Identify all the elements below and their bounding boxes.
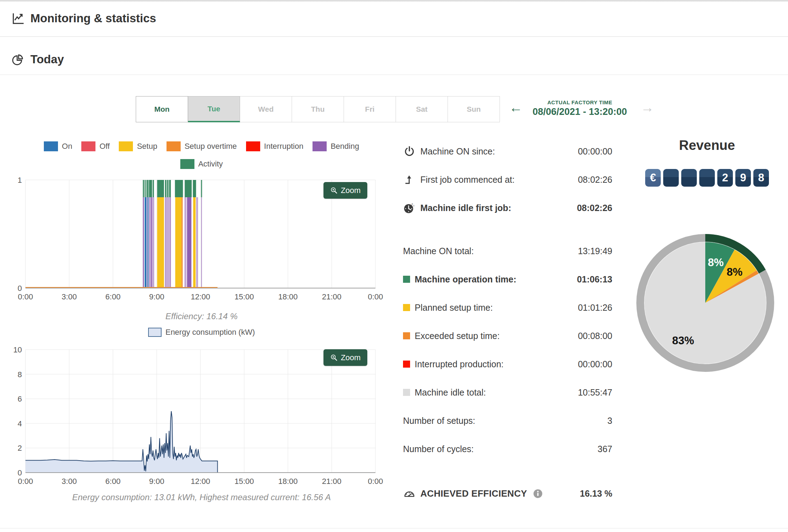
svg-text:3:00: 3:00 xyxy=(62,292,77,301)
monitoring-dashboard: Monitoring & statistics Today Mon Tue We… xyxy=(0,0,788,532)
stats-gap xyxy=(403,222,612,237)
svg-text:8: 8 xyxy=(18,370,22,379)
next-day-arrow[interactable]: → xyxy=(641,100,654,115)
svg-text:4: 4 xyxy=(18,419,22,428)
legend-item-setup-overtime: Setup overtime xyxy=(167,141,237,151)
stat-value: 367 xyxy=(597,444,612,454)
stats-gap xyxy=(403,463,612,479)
state-legend-row-1: On Off Setup Setup overtime Interruption… xyxy=(11,141,392,151)
svg-text:0: 0 xyxy=(18,284,22,293)
tab-thu[interactable]: Thu xyxy=(292,96,344,122)
exceeded-setup-swatch xyxy=(403,332,410,339)
revenue-digit-tile xyxy=(663,169,679,187)
first-job-arrow-icon xyxy=(403,173,416,186)
stat-label: Machine ON since: xyxy=(420,146,495,157)
stat-value: 08:02:26 xyxy=(578,175,612,185)
stat-first-job-commenced: First job commenced at: 08:02:26 xyxy=(403,165,612,194)
svg-text:1: 1 xyxy=(18,176,22,185)
day-tabs: Mon Tue Wed Thu Fri Sat Sun xyxy=(136,96,500,122)
svg-text:10: 10 xyxy=(13,345,22,354)
stat-value: 01:01:26 xyxy=(578,303,612,313)
idle-clock-icon: zz xyxy=(403,201,416,214)
legend-label: Interruption xyxy=(264,142,303,151)
legend-label: Off xyxy=(99,142,110,151)
stat-label: Interrupted production: xyxy=(415,359,504,369)
stats-panel: Machine ON since: 00:00:00 First job com… xyxy=(403,137,612,508)
stat-value: 00:00:00 xyxy=(578,146,612,157)
svg-text:21:00: 21:00 xyxy=(322,292,342,301)
section-title: Today xyxy=(30,53,64,66)
svg-text:18:00: 18:00 xyxy=(278,477,298,486)
stat-machine-idle-first-job: zz Machine idle first job: 08:02:26 xyxy=(403,194,612,222)
svg-text:6:00: 6:00 xyxy=(105,477,121,486)
legend-item-off: Off xyxy=(81,141,110,151)
page-header: Monitoring & statistics xyxy=(11,8,156,29)
stat-number-of-setups: Number of setups: 3 xyxy=(403,407,612,435)
svg-text:0:00: 0:00 xyxy=(18,292,33,301)
energy-consumption-chart: 0:003:006:009:0012:0015:0018:0021:000:00… xyxy=(11,345,392,491)
revenue-digit-tile: 9 xyxy=(735,169,751,187)
top-shadow-strip xyxy=(0,0,788,2)
currency-tile: € xyxy=(645,169,661,187)
legend-label: Setup xyxy=(137,142,157,151)
revenue-digit-tile xyxy=(681,169,697,187)
pie-chart-icon xyxy=(11,52,25,67)
stat-value: 00:08:00 xyxy=(578,331,612,341)
legend-item-activity: Activity xyxy=(180,159,223,169)
tab-sat[interactable]: Sat xyxy=(396,96,448,122)
bottom-divider xyxy=(0,528,788,528)
svg-text:9:00: 9:00 xyxy=(149,292,164,301)
svg-text:12:00: 12:00 xyxy=(191,292,210,301)
legend-item-bending: Bending xyxy=(313,141,359,151)
stat-value: 16.13 % xyxy=(580,489,612,499)
legend-label: Activity xyxy=(198,159,223,169)
tab-sun[interactable]: Sun xyxy=(448,96,500,122)
svg-text:3:00: 3:00 xyxy=(62,477,77,486)
energy-zoom-button[interactable]: Zoom xyxy=(323,349,367,366)
stat-interrupted-production: Interrupted production: 00:00:00 xyxy=(403,350,612,378)
off-swatch xyxy=(81,141,95,151)
stat-value: 13:19:49 xyxy=(578,246,612,256)
svg-text:12:00: 12:00 xyxy=(191,477,210,486)
stat-machine-on-total: Machine ON total: 13:19:49 xyxy=(403,237,612,265)
energy-caption: Energy consumption: 13.01 kWh, Highest m… xyxy=(11,492,392,502)
on-swatch xyxy=(44,141,58,151)
page-title: Monitoring & statistics xyxy=(30,12,156,25)
stat-value: 00:00:00 xyxy=(578,359,612,369)
zoom-button-label: Zoom xyxy=(341,353,361,362)
svg-text:18:00: 18:00 xyxy=(278,292,298,301)
revenue-panel: Revenue € 2 9 8 8%8%83% xyxy=(633,138,781,153)
activity-zoom-button[interactable]: Zoom xyxy=(323,182,367,199)
planned-setup-swatch xyxy=(403,304,410,311)
stat-label: First job commenced at: xyxy=(420,175,515,185)
tab-fri[interactable]: Fri xyxy=(344,96,396,122)
info-icon[interactable] xyxy=(533,489,543,498)
operation-time-swatch xyxy=(403,276,410,283)
power-icon xyxy=(403,145,416,158)
legend-label: Bending xyxy=(331,142,359,151)
bending-swatch xyxy=(313,141,327,151)
idle-total-swatch xyxy=(403,389,410,396)
legend-item-interruption: Interruption xyxy=(246,141,303,151)
svg-text:6: 6 xyxy=(18,394,22,403)
today-section-header: Today xyxy=(11,49,64,70)
revenue-digit-tile xyxy=(699,169,715,187)
svg-text:0: 0 xyxy=(18,468,22,477)
factory-time-label: ACTUAL FACTORY TIME xyxy=(523,99,637,105)
stat-machine-on-since: Machine ON since: 00:00:00 xyxy=(403,137,612,165)
tab-tue[interactable]: Tue xyxy=(188,96,240,122)
previous-day-arrow[interactable]: ← xyxy=(509,100,523,115)
svg-text:0:00: 0:00 xyxy=(368,477,383,486)
svg-text:0:00: 0:00 xyxy=(18,477,33,486)
stat-number-of-cycles: Number of cycles: 367 xyxy=(403,435,612,463)
tab-wed[interactable]: Wed xyxy=(240,96,292,122)
svg-text:2: 2 xyxy=(18,444,22,452)
revenue-pie-chart: 8%8%83% xyxy=(633,230,778,375)
stat-achieved-efficiency: ACHIEVED EFFICIENCY 16.13 % xyxy=(403,479,612,508)
svg-text:z: z xyxy=(413,204,415,207)
stat-exceeded-setup-time: Exceeded setup time: 00:08:00 xyxy=(403,322,612,350)
tab-mon[interactable]: Mon xyxy=(136,96,188,122)
legend-label: Setup overtime xyxy=(185,142,237,151)
legend-item-setup: Setup xyxy=(119,141,157,151)
stat-machine-idle-total: Machine idle total: 10:55:47 xyxy=(403,378,612,407)
